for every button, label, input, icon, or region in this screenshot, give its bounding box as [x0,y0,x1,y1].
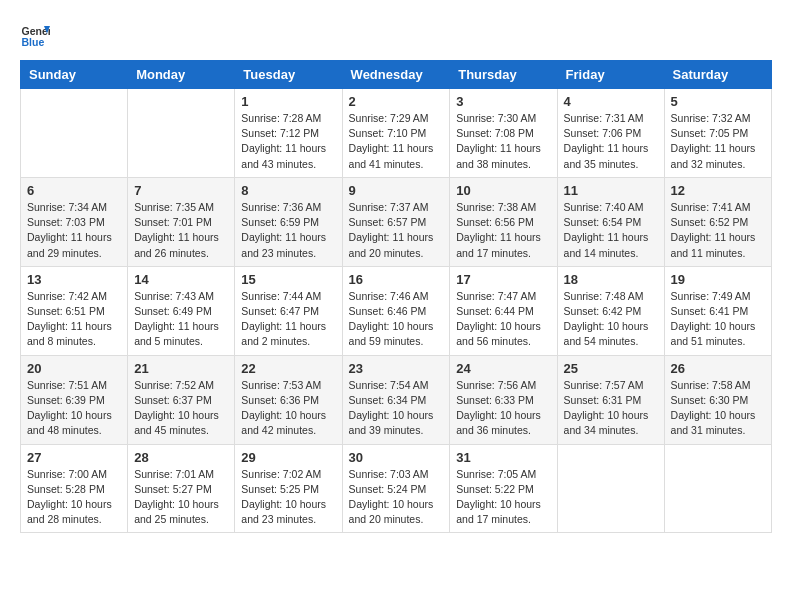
calendar-table: SundayMondayTuesdayWednesdayThursdayFrid… [20,60,772,533]
day-info: Sunrise: 7:30 AM Sunset: 7:08 PM Dayligh… [456,111,550,172]
weekday-header-thursday: Thursday [450,61,557,89]
calendar-cell [128,89,235,178]
day-info: Sunrise: 7:44 AM Sunset: 6:47 PM Dayligh… [241,289,335,350]
calendar-cell: 21Sunrise: 7:52 AM Sunset: 6:37 PM Dayli… [128,355,235,444]
calendar-cell: 11Sunrise: 7:40 AM Sunset: 6:54 PM Dayli… [557,177,664,266]
day-info: Sunrise: 7:53 AM Sunset: 6:36 PM Dayligh… [241,378,335,439]
day-info: Sunrise: 7:46 AM Sunset: 6:46 PM Dayligh… [349,289,444,350]
calendar-cell: 5Sunrise: 7:32 AM Sunset: 7:05 PM Daylig… [664,89,771,178]
day-number: 5 [671,94,765,109]
day-info: Sunrise: 7:28 AM Sunset: 7:12 PM Dayligh… [241,111,335,172]
calendar-cell: 31Sunrise: 7:05 AM Sunset: 5:22 PM Dayli… [450,444,557,533]
day-number: 12 [671,183,765,198]
calendar-cell: 16Sunrise: 7:46 AM Sunset: 6:46 PM Dayli… [342,266,450,355]
day-info: Sunrise: 7:56 AM Sunset: 6:33 PM Dayligh… [456,378,550,439]
calendar-cell [21,89,128,178]
week-row-1: 1Sunrise: 7:28 AM Sunset: 7:12 PM Daylig… [21,89,772,178]
week-row-5: 27Sunrise: 7:00 AM Sunset: 5:28 PM Dayli… [21,444,772,533]
weekday-header-sunday: Sunday [21,61,128,89]
day-number: 18 [564,272,658,287]
day-number: 26 [671,361,765,376]
day-info: Sunrise: 7:48 AM Sunset: 6:42 PM Dayligh… [564,289,658,350]
weekday-header-row: SundayMondayTuesdayWednesdayThursdayFrid… [21,61,772,89]
calendar-cell: 4Sunrise: 7:31 AM Sunset: 7:06 PM Daylig… [557,89,664,178]
page-header: General Blue [20,20,772,50]
day-info: Sunrise: 7:47 AM Sunset: 6:44 PM Dayligh… [456,289,550,350]
day-number: 7 [134,183,228,198]
day-number: 24 [456,361,550,376]
calendar-cell: 6Sunrise: 7:34 AM Sunset: 7:03 PM Daylig… [21,177,128,266]
day-number: 28 [134,450,228,465]
calendar-cell: 1Sunrise: 7:28 AM Sunset: 7:12 PM Daylig… [235,89,342,178]
day-info: Sunrise: 7:54 AM Sunset: 6:34 PM Dayligh… [349,378,444,439]
calendar-cell: 2Sunrise: 7:29 AM Sunset: 7:10 PM Daylig… [342,89,450,178]
day-info: Sunrise: 7:41 AM Sunset: 6:52 PM Dayligh… [671,200,765,261]
calendar-cell: 25Sunrise: 7:57 AM Sunset: 6:31 PM Dayli… [557,355,664,444]
day-number: 8 [241,183,335,198]
day-info: Sunrise: 7:02 AM Sunset: 5:25 PM Dayligh… [241,467,335,528]
weekday-header-tuesday: Tuesday [235,61,342,89]
day-info: Sunrise: 7:42 AM Sunset: 6:51 PM Dayligh… [27,289,121,350]
calendar-cell: 3Sunrise: 7:30 AM Sunset: 7:08 PM Daylig… [450,89,557,178]
calendar-cell [664,444,771,533]
calendar-cell: 17Sunrise: 7:47 AM Sunset: 6:44 PM Dayli… [450,266,557,355]
weekday-header-saturday: Saturday [664,61,771,89]
calendar-cell: 18Sunrise: 7:48 AM Sunset: 6:42 PM Dayli… [557,266,664,355]
calendar-cell [557,444,664,533]
calendar-cell: 9Sunrise: 7:37 AM Sunset: 6:57 PM Daylig… [342,177,450,266]
day-number: 4 [564,94,658,109]
day-number: 16 [349,272,444,287]
day-info: Sunrise: 7:37 AM Sunset: 6:57 PM Dayligh… [349,200,444,261]
calendar-cell: 24Sunrise: 7:56 AM Sunset: 6:33 PM Dayli… [450,355,557,444]
day-number: 23 [349,361,444,376]
day-info: Sunrise: 7:38 AM Sunset: 6:56 PM Dayligh… [456,200,550,261]
calendar-cell: 27Sunrise: 7:00 AM Sunset: 5:28 PM Dayli… [21,444,128,533]
calendar-cell: 8Sunrise: 7:36 AM Sunset: 6:59 PM Daylig… [235,177,342,266]
day-number: 13 [27,272,121,287]
calendar-cell: 20Sunrise: 7:51 AM Sunset: 6:39 PM Dayli… [21,355,128,444]
svg-text:Blue: Blue [22,36,45,48]
day-info: Sunrise: 7:31 AM Sunset: 7:06 PM Dayligh… [564,111,658,172]
calendar-cell: 19Sunrise: 7:49 AM Sunset: 6:41 PM Dayli… [664,266,771,355]
day-info: Sunrise: 7:29 AM Sunset: 7:10 PM Dayligh… [349,111,444,172]
day-info: Sunrise: 7:43 AM Sunset: 6:49 PM Dayligh… [134,289,228,350]
day-number: 1 [241,94,335,109]
day-info: Sunrise: 7:35 AM Sunset: 7:01 PM Dayligh… [134,200,228,261]
day-info: Sunrise: 7:01 AM Sunset: 5:27 PM Dayligh… [134,467,228,528]
day-info: Sunrise: 7:51 AM Sunset: 6:39 PM Dayligh… [27,378,121,439]
logo-icon: General Blue [20,20,50,50]
calendar-cell: 30Sunrise: 7:03 AM Sunset: 5:24 PM Dayli… [342,444,450,533]
day-number: 11 [564,183,658,198]
week-row-2: 6Sunrise: 7:34 AM Sunset: 7:03 PM Daylig… [21,177,772,266]
day-number: 25 [564,361,658,376]
weekday-header-wednesday: Wednesday [342,61,450,89]
day-info: Sunrise: 7:32 AM Sunset: 7:05 PM Dayligh… [671,111,765,172]
calendar-cell: 29Sunrise: 7:02 AM Sunset: 5:25 PM Dayli… [235,444,342,533]
day-number: 30 [349,450,444,465]
logo: General Blue [20,20,54,50]
weekday-header-friday: Friday [557,61,664,89]
day-number: 15 [241,272,335,287]
weekday-header-monday: Monday [128,61,235,89]
calendar-cell: 22Sunrise: 7:53 AM Sunset: 6:36 PM Dayli… [235,355,342,444]
calendar-cell: 13Sunrise: 7:42 AM Sunset: 6:51 PM Dayli… [21,266,128,355]
day-number: 31 [456,450,550,465]
day-info: Sunrise: 7:05 AM Sunset: 5:22 PM Dayligh… [456,467,550,528]
day-number: 29 [241,450,335,465]
day-number: 14 [134,272,228,287]
calendar-cell: 23Sunrise: 7:54 AM Sunset: 6:34 PM Dayli… [342,355,450,444]
day-number: 27 [27,450,121,465]
calendar-cell: 15Sunrise: 7:44 AM Sunset: 6:47 PM Dayli… [235,266,342,355]
day-number: 21 [134,361,228,376]
week-row-4: 20Sunrise: 7:51 AM Sunset: 6:39 PM Dayli… [21,355,772,444]
day-info: Sunrise: 7:49 AM Sunset: 6:41 PM Dayligh… [671,289,765,350]
day-info: Sunrise: 7:58 AM Sunset: 6:30 PM Dayligh… [671,378,765,439]
day-info: Sunrise: 7:34 AM Sunset: 7:03 PM Dayligh… [27,200,121,261]
day-number: 6 [27,183,121,198]
day-info: Sunrise: 7:52 AM Sunset: 6:37 PM Dayligh… [134,378,228,439]
day-info: Sunrise: 7:00 AM Sunset: 5:28 PM Dayligh… [27,467,121,528]
day-number: 10 [456,183,550,198]
day-number: 2 [349,94,444,109]
day-number: 20 [27,361,121,376]
calendar-cell: 26Sunrise: 7:58 AM Sunset: 6:30 PM Dayli… [664,355,771,444]
